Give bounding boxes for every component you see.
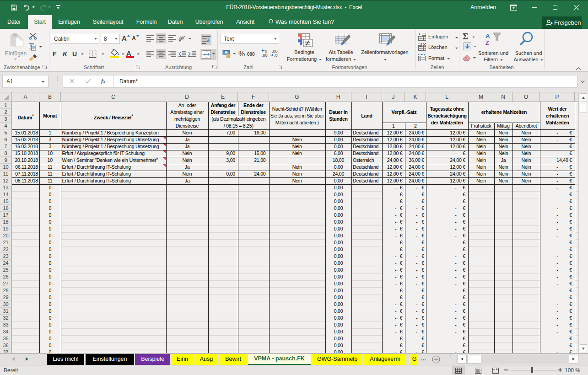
svg-text:A: A xyxy=(486,32,490,39)
svg-text:ab: ab xyxy=(178,34,185,42)
svg-text:,0: ,0 xyxy=(274,53,278,57)
svg-text:,00: ,00 xyxy=(262,53,268,57)
svg-text:Z: Z xyxy=(486,39,489,46)
